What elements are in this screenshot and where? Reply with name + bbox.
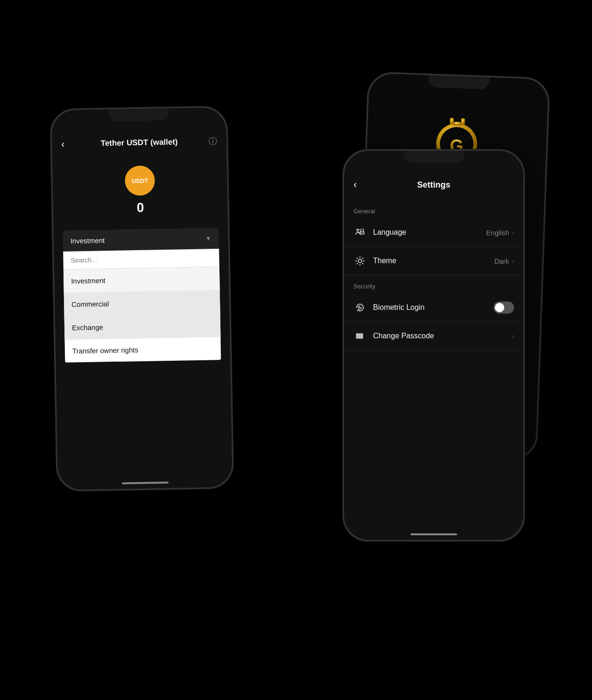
- dropdown-list: Investment Commercial Exchange Transfer …: [63, 267, 221, 363]
- wallet-header: ‹ Tether USDT (wallet) ⓘ: [52, 131, 227, 158]
- language-value: English: [486, 229, 509, 237]
- passcode-label: Change Passcode: [373, 332, 512, 340]
- dropdown-item-investment[interactable]: Investment: [63, 267, 220, 293]
- biometric-row[interactable]: Biometric Login: [344, 294, 523, 322]
- wallet-title: Tether USDT (wallet): [101, 138, 178, 148]
- wallet-info-button[interactable]: ⓘ: [209, 136, 217, 147]
- passcode-row[interactable]: Change Passcode ›: [344, 322, 523, 350]
- language-label: Language: [373, 228, 486, 237]
- dropdown-search-input[interactable]: [70, 254, 211, 264]
- svg-point-19: [358, 337, 359, 338]
- theme-icon: [353, 254, 366, 267]
- dropdown-selected-text: Investment: [70, 236, 105, 245]
- svg-point-15: [358, 334, 359, 335]
- notch-back: [428, 75, 489, 90]
- passcode-icon: [353, 329, 366, 343]
- settings-header: ‹ Settings: [344, 174, 523, 200]
- toggle-knob: [495, 303, 504, 312]
- main-scene: G WELCOME TO GOLDEN WALLET: [39, 47, 553, 653]
- svg-point-16: [360, 334, 361, 335]
- dropdown-chevron-icon: ▼: [205, 235, 211, 242]
- phone-settings: ‹ Settings General: [343, 149, 525, 541]
- theme-label: Theme: [373, 257, 494, 265]
- theme-row[interactable]: Theme Dark ›: [344, 247, 523, 275]
- svg-point-17: [361, 334, 363, 335]
- settings-title: Settings: [417, 180, 450, 190]
- svg-point-18: [356, 337, 358, 338]
- wallet-back-button[interactable]: ‹: [61, 138, 65, 150]
- biometric-toggle[interactable]: [493, 301, 514, 314]
- svg-point-9: [358, 259, 361, 262]
- notch-mid: [403, 151, 464, 163]
- svg-rect-4: [450, 118, 454, 125]
- svg-rect-5: [461, 118, 465, 125]
- svg-point-12: [360, 336, 361, 337]
- dropdown-selected[interactable]: Investment ▼: [63, 228, 219, 252]
- language-icon: [353, 226, 366, 239]
- dropdown-search-container: [63, 249, 219, 270]
- language-chevron-icon: ›: [512, 229, 514, 236]
- settings-back-button[interactable]: ‹: [353, 179, 357, 191]
- svg-point-21: [361, 337, 363, 338]
- token-badge: USDT: [125, 165, 155, 196]
- general-section-label: General: [344, 200, 523, 218]
- svg-point-20: [360, 337, 361, 338]
- svg-rect-3: [454, 122, 461, 126]
- home-bar-mid: [410, 533, 457, 535]
- category-dropdown[interactable]: Investment ▼ Investment Commercial: [63, 228, 221, 363]
- dropdown-item-exchange[interactable]: Exchange: [64, 314, 221, 340]
- theme-chevron-icon: ›: [512, 257, 514, 265]
- biometric-label: Biometric Login: [373, 303, 493, 312]
- dropdown-item-transfer[interactable]: Transfer owner rights: [65, 337, 221, 363]
- language-row[interactable]: Language English ›: [344, 218, 523, 247]
- token-section: USDT 0: [52, 155, 228, 231]
- notch-front: [108, 108, 169, 121]
- theme-value: Dark: [494, 257, 509, 265]
- security-section-label: Security: [344, 275, 523, 294]
- svg-point-10: [356, 336, 358, 337]
- svg-point-13: [361, 336, 363, 337]
- token-balance: 0: [137, 200, 144, 215]
- settings-screen: ‹ Settings General: [344, 151, 523, 540]
- phone-wallet: ‹ Tether USDT (wallet) ⓘ USDT 0 Investme…: [50, 106, 234, 492]
- dropdown-item-commercial[interactable]: Commercial: [64, 290, 220, 316]
- wallet-screen: ‹ Tether USDT (wallet) ⓘ USDT 0 Investme…: [51, 107, 233, 490]
- svg-point-14: [356, 334, 358, 335]
- passcode-chevron-icon: ›: [512, 332, 514, 340]
- svg-point-11: [358, 336, 359, 337]
- fingerprint-icon: [353, 301, 366, 314]
